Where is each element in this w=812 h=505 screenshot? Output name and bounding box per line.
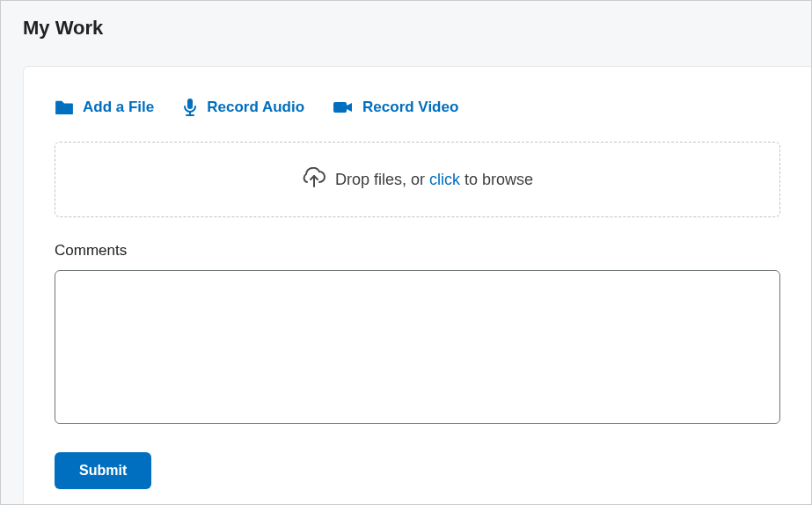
- dropzone-text: Drop files, or click to browse: [335, 171, 533, 189]
- record-video-button[interactable]: Record Video: [333, 99, 458, 116]
- dropzone-suffix: to browse: [460, 171, 533, 188]
- comments-label: Comments: [55, 242, 780, 260]
- dropzone-prefix: Drop files, or: [335, 171, 429, 188]
- add-file-button[interactable]: Add a File: [55, 99, 154, 116]
- dropzone-click-link[interactable]: click: [429, 171, 460, 188]
- video-camera-icon: [333, 99, 354, 115]
- comments-textarea[interactable]: [55, 270, 780, 424]
- record-audio-label: Record Audio: [207, 99, 304, 116]
- record-video-label: Record Video: [362, 99, 458, 116]
- file-dropzone[interactable]: Drop files, or click to browse: [55, 142, 780, 217]
- add-file-label: Add a File: [83, 99, 154, 116]
- submit-button[interactable]: Submit: [55, 452, 151, 489]
- svg-rect-0: [187, 99, 193, 109]
- my-work-card: Add a File Record Audio: [23, 66, 811, 505]
- folder-icon: [55, 99, 74, 115]
- record-audio-button[interactable]: Record Audio: [182, 98, 304, 117]
- microphone-icon: [182, 98, 198, 117]
- actions-row: Add a File Record Audio: [55, 98, 780, 117]
- page-title: My Work: [23, 17, 811, 40]
- upload-cloud-icon: [302, 167, 326, 192]
- svg-rect-3: [333, 102, 347, 113]
